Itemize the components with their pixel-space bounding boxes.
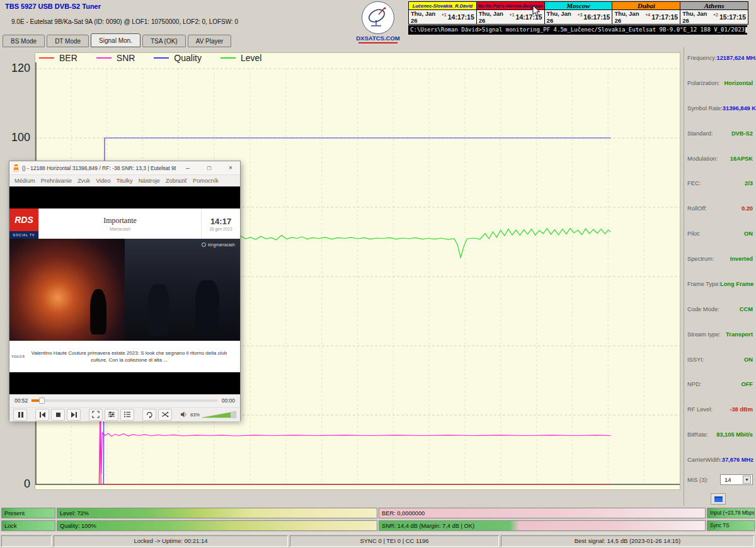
parameter-list: Frequency:12187,624 MHz Polarization:Hor… [684,55,756,463]
param-bitrate: BitRate:83,105 Mbit/s [687,431,753,438]
menu-medium[interactable]: Médium [14,178,35,184]
tab-av-player[interactable]: AV Player [188,35,232,47]
clock-date: Thu, Jan 26 [479,10,510,24]
dxsatcs-logo: DXSATCS.COM [353,0,403,43]
sync-counters: SYNC 0 | TEI 0 | CC 1196 [290,535,499,547]
scene-sunset [9,239,125,341]
random-button[interactable] [158,409,172,421]
mis-dropdown[interactable]: 14 ▼ [720,474,753,485]
status-row-2: Lock Quality: 100% SNR: 14,4 dB (Margin:… [1,520,755,531]
camera-icon [202,243,206,247]
seek-row: 00:52 00:00 [9,394,240,407]
player-controls: 83% [9,407,240,421]
logo-underline [358,42,398,43]
quality-line-swatch [154,57,169,59]
menu-audio[interactable]: Zvuk [77,178,90,184]
terminal-prompt: C:\Users\Roman Dávid> [410,26,482,33]
seek-slider[interactable] [32,399,217,402]
clock-tz-offset: +1 [510,13,515,17]
y-axis-tick-label: 0 [1,477,30,491]
clock-city-label: Moscow [545,2,612,10]
terminal-command: Signal monitoring_PF 4.5m_Lučenec/Slovak… [482,26,745,33]
menu-help[interactable]: Pomocník [193,178,219,184]
playlist-button[interactable] [120,409,134,421]
elapsed-time: 00:52 [14,397,28,404]
snr-line-swatch [96,57,112,59]
menu-view[interactable]: Zobraziť [166,178,187,184]
loop-button[interactable] [142,409,156,421]
clock-athens: Athens Thu, Jan 26 +2 15:17:15 [680,1,748,25]
clock-time: 16:17:15 [583,13,610,21]
clock-tz-offset: +4 [645,13,650,17]
minimize-button[interactable]: – [178,161,197,174]
menu-playback[interactable]: Prehrávanie [41,178,72,184]
video-scenes: kingmarracash [9,239,240,341]
legend-item-quality: Quality [154,53,202,63]
menu-tools[interactable]: Nástroje [139,178,160,184]
param-rolloff: RollOff:0.20 [687,205,753,212]
mis-selected-value: 14 [724,476,731,483]
next-button[interactable] [67,409,81,421]
uptime-status: Locked -> Uptime: 00:21:14 [54,535,288,547]
chevron-down-icon[interactable]: ▼ [743,476,751,484]
news-ticker-band: VOGUE Valentino Haute Couture primavera … [9,341,240,372]
level-line-swatch [220,57,236,59]
clock-city-label: Athens [680,2,748,10]
previous-button[interactable] [35,409,49,421]
legend-item-snr: SNR [96,53,135,63]
tab-tsa[interactable]: TSA (OK) [142,35,186,47]
param-modulation: Modulation:16APSK [687,156,753,162]
silhouette-figure [90,289,106,334]
legend-label: SNR [117,53,135,63]
ber-progressbar: BER: 0,0000000 [379,508,706,518]
clock-date: Thu, Jan 26 [614,10,645,24]
ber-line-swatch [39,57,54,59]
terminal-cursor [745,27,747,33]
vlc-titlebar[interactable]: () - 12188 Horizontal 31396,849 / RF: -3… [9,161,240,175]
quality-progressbar: Quality: 100% [57,520,377,531]
stop-button[interactable] [51,409,65,421]
legend-label: BER [59,53,77,63]
menu-video[interactable]: Video [96,178,110,184]
status-row-1: Present Level: 72% BER: 0,0000000 Input … [1,508,755,518]
volume-control[interactable]: 83% [180,411,236,418]
clock-time: 14:17:15 [448,13,474,21]
bottom-statusbar: Locked -> Uptime: 00:21:14 SYNC 0 | TEI … [0,533,756,548]
clock-tz-offset: +1 [442,13,447,17]
clock-lucenec: Lučenec-Slovakia_R.Dávid Thu, Jan 26 +1 … [409,1,477,25]
clock-tz-offset: +2 [713,13,718,17]
param-npd: NPD:OFF [687,381,753,387]
logo-text: DXSATCS.COM [353,35,403,42]
minimized-window-button[interactable] [711,493,726,505]
fullscreen-button[interactable] [89,409,103,421]
param-frame-type: Frame Type:Long Frame [687,281,753,287]
y-axis-tick-label: 120 [1,61,30,75]
tab-bs-mode[interactable]: BS Mode [3,35,45,47]
total-time: 00:00 [222,397,235,404]
rds-channel-logo: RDS SOCIAL TV [9,208,38,239]
video-area[interactable]: RDS SOCIAL TV Importante Marracash 14:17… [9,186,240,394]
menu-subtitles[interactable]: Titulky [117,178,133,184]
statusbar-empty-panel [1,535,52,547]
param-carrier-width: CarrierWidth:37,676 MHz [687,457,753,463]
rds-logo-subtext: SOCIAL TV [9,231,38,239]
vlc-window[interactable]: () - 12188 Horizontal 31396,849 / RF: -3… [9,161,241,421]
volume-slider[interactable] [202,411,236,418]
mouse-cursor [532,5,541,17]
terminal-strip[interactable]: C:\Users\Roman Dávid>Signal monitoring_P… [408,25,747,35]
close-button[interactable]: × [221,161,240,174]
maximize-button[interactable]: □ [200,161,219,174]
transponder-subtitle: 9.0E - Eutelsat 9B/Ka-Sat 9A (ID: 0090) … [11,18,238,25]
vlc-menubar: Médium Prehrávanie Zvuk Video Titulky Ná… [9,175,240,186]
mis-row: MIS (3): 14 ▼ [687,474,753,485]
parameters-sidebar: Frequency:12187,624 MHz Polarization:Hor… [684,47,756,506]
seek-handle[interactable] [39,397,45,404]
param-spectrum: Spectrum:Inverted [687,256,753,262]
extended-settings-button[interactable] [105,409,118,421]
best-signal-status: Best signal: 14,5 dB (2023-01-26 14:15) [501,535,754,547]
clock-city-label: Dubai [612,2,680,10]
pause-button[interactable] [13,409,27,421]
tab-signal-mon[interactable]: Signal Mon. [91,33,140,47]
window-icon [714,496,723,502]
tab-dt-mode[interactable]: DT Mode [47,35,89,47]
